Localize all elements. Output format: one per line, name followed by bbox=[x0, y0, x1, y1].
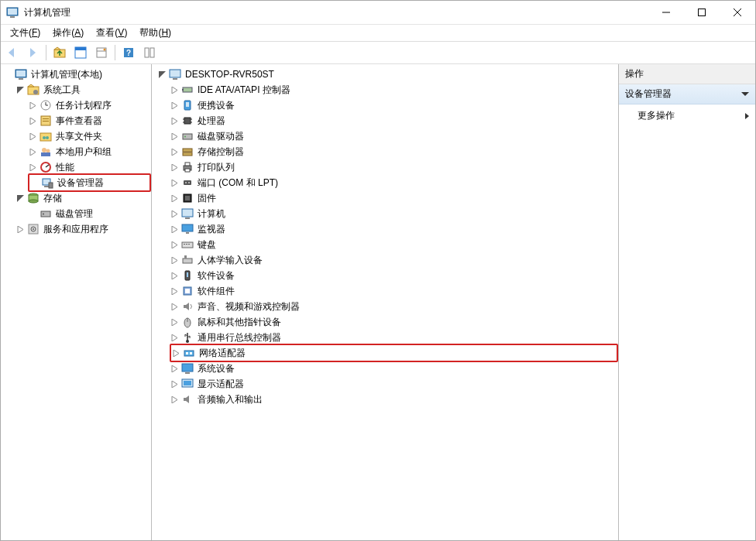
tree-disk-management[interactable]: 磁盘管理 bbox=[28, 206, 151, 221]
expander-closed-icon[interactable] bbox=[170, 224, 179, 234]
svg-rect-65 bbox=[184, 180, 191, 185]
expander-closed-icon[interactable] bbox=[170, 333, 179, 342]
toolbar-btn-b[interactable] bbox=[92, 43, 111, 62]
nav-forward-button[interactable] bbox=[23, 43, 42, 62]
svg-rect-81 bbox=[187, 272, 188, 277]
menu-help[interactable]: 帮助(H) bbox=[133, 25, 177, 41]
expander-closed-icon[interactable] bbox=[170, 317, 179, 327]
expander-closed-icon[interactable] bbox=[170, 379, 179, 389]
actions-category[interactable]: 设备管理器 bbox=[619, 84, 755, 104]
expander-closed-icon[interactable] bbox=[28, 116, 37, 125]
device-sound[interactable]: 声音、视频和游戏控制器 bbox=[170, 299, 618, 314]
tree-performance[interactable]: 性能 bbox=[28, 159, 151, 175]
expander-closed-icon[interactable] bbox=[170, 302, 179, 311]
expander-closed-icon[interactable] bbox=[170, 364, 179, 373]
expander-closed-icon[interactable] bbox=[15, 224, 25, 234]
device-processors[interactable]: 处理器 bbox=[170, 113, 618, 128]
menu-action[interactable]: 操作(A) bbox=[46, 25, 90, 41]
close-button[interactable] bbox=[720, 1, 755, 24]
device-disk-drives[interactable]: 磁盘驱动器 bbox=[170, 128, 618, 144]
device-software-devices[interactable]: 软件设备 bbox=[170, 268, 618, 283]
actions-item-label: 更多操作 bbox=[637, 109, 675, 122]
device-software-components[interactable]: 软件组件 bbox=[170, 283, 618, 299]
left-tree-pane[interactable]: 计算机管理(本地) 系统工具 任务计划程序 事件查看器 共享文件夹 bbox=[1, 64, 152, 540]
tree-services-apps[interactable]: 服务和应用程序 bbox=[15, 221, 151, 237]
toolbar-btn-a[interactable] bbox=[71, 43, 90, 62]
expander-closed-icon[interactable] bbox=[170, 240, 179, 249]
device-keyboards[interactable]: 键盘 bbox=[170, 237, 618, 252]
device-print-queues[interactable]: 打印队列 bbox=[170, 159, 618, 175]
device-computer-root[interactable]: DESKTOP-RVR50ST bbox=[157, 67, 618, 82]
expander-closed-icon[interactable] bbox=[170, 286, 179, 296]
expander-closed-icon[interactable] bbox=[170, 209, 179, 218]
actions-category-label: 设备管理器 bbox=[625, 87, 672, 101]
tree-device-manager[interactable]: 设备管理器 bbox=[28, 173, 151, 192]
tree-storage[interactable]: 存储 bbox=[15, 190, 151, 206]
device-hid[interactable]: 人体学输入设备 bbox=[170, 252, 618, 268]
tree-root-computer-management[interactable]: 计算机管理(本地) bbox=[3, 67, 151, 82]
device-ide[interactable]: IDE ATA/ATAPI 控制器 bbox=[170, 82, 618, 98]
device-usb[interactable]: 通用串行总线控制器 bbox=[170, 330, 618, 345]
expander-closed-icon[interactable] bbox=[170, 178, 179, 187]
svg-rect-64 bbox=[185, 169, 190, 172]
device-monitors[interactable]: 监视器 bbox=[170, 221, 618, 237]
device-tree-pane[interactable]: DESKTOP-RVR50ST IDE ATA/ATAPI 控制器 便携设备 处… bbox=[152, 64, 619, 540]
monitor-icon bbox=[181, 223, 194, 235]
device-portable-devices[interactable]: 便携设备 bbox=[170, 98, 618, 113]
device-label: 处理器 bbox=[196, 115, 227, 128]
maximize-button[interactable] bbox=[684, 1, 720, 24]
expander-closed-icon[interactable] bbox=[170, 255, 179, 265]
svg-rect-73 bbox=[186, 232, 189, 234]
menu-file[interactable]: 文件(F) bbox=[4, 25, 46, 41]
device-display-adapters[interactable]: 显示适配器 bbox=[170, 376, 618, 392]
expander-open-icon[interactable] bbox=[15, 193, 25, 203]
svg-point-41 bbox=[29, 200, 38, 203]
up-button[interactable] bbox=[50, 43, 69, 62]
expander-open-icon[interactable] bbox=[157, 70, 167, 79]
svg-point-66 bbox=[185, 182, 187, 183]
device-ports[interactable]: 端口 (COM 和 LPT) bbox=[170, 175, 618, 190]
tree-local-users-groups[interactable]: 本地用户和组 bbox=[28, 144, 151, 159]
expander-open-icon[interactable] bbox=[15, 85, 25, 94]
expander-closed-icon[interactable] bbox=[170, 271, 179, 280]
svg-point-43 bbox=[43, 214, 44, 215]
expander-closed-icon[interactable] bbox=[170, 101, 179, 110]
device-mice[interactable]: 鼠标和其他指针设备 bbox=[170, 314, 618, 330]
tree-system-tools[interactable]: 系统工具 bbox=[15, 82, 151, 98]
svg-rect-63 bbox=[185, 163, 190, 166]
users-icon bbox=[40, 146, 52, 158]
tree-shared-folders[interactable]: 共享文件夹 bbox=[28, 128, 151, 144]
expander-closed-icon[interactable] bbox=[170, 147, 179, 156]
submenu-arrow-icon bbox=[745, 113, 749, 119]
toolbar-btn-c[interactable] bbox=[140, 43, 159, 62]
expander-closed-icon[interactable] bbox=[170, 395, 179, 404]
nav-back-button[interactable] bbox=[2, 43, 21, 62]
expander-closed-icon[interactable] bbox=[170, 85, 179, 94]
expander-closed-icon[interactable] bbox=[28, 163, 37, 172]
expander-closed-icon[interactable] bbox=[28, 101, 37, 110]
expander-closed-icon[interactable] bbox=[170, 163, 179, 172]
ide-controller-icon bbox=[181, 84, 194, 96]
svg-rect-77 bbox=[188, 244, 190, 245]
device-audio-io[interactable]: 音频输入和输出 bbox=[170, 392, 618, 407]
device-network-adapters[interactable]: 网络适配器 bbox=[170, 344, 618, 362]
expander-closed-icon[interactable] bbox=[170, 116, 179, 125]
menu-view[interactable]: 查看(V) bbox=[90, 25, 133, 41]
device-firmware[interactable]: 固件 bbox=[170, 190, 618, 206]
actions-more-actions[interactable]: 更多操作 bbox=[619, 104, 755, 127]
expander-closed-icon[interactable] bbox=[170, 132, 179, 141]
help-button[interactable]: ? bbox=[119, 43, 138, 62]
minimize-button[interactable] bbox=[648, 1, 684, 24]
device-label: 存储控制器 bbox=[196, 146, 246, 159]
device-storage-controllers[interactable]: 存储控制器 bbox=[170, 144, 618, 159]
expander-closed-icon[interactable] bbox=[28, 147, 37, 156]
tree-task-scheduler[interactable]: 任务计划程序 bbox=[28, 98, 151, 113]
clock-icon bbox=[40, 99, 52, 111]
tree-event-viewer[interactable]: 事件查看器 bbox=[28, 113, 151, 128]
expander-closed-icon[interactable] bbox=[171, 348, 180, 358]
mouse-icon bbox=[181, 316, 194, 328]
expander-closed-icon[interactable] bbox=[28, 132, 37, 141]
device-computer-cat[interactable]: 计算机 bbox=[170, 206, 618, 221]
device-system-devices[interactable]: 系统设备 bbox=[170, 361, 618, 376]
expander-closed-icon[interactable] bbox=[170, 193, 179, 203]
